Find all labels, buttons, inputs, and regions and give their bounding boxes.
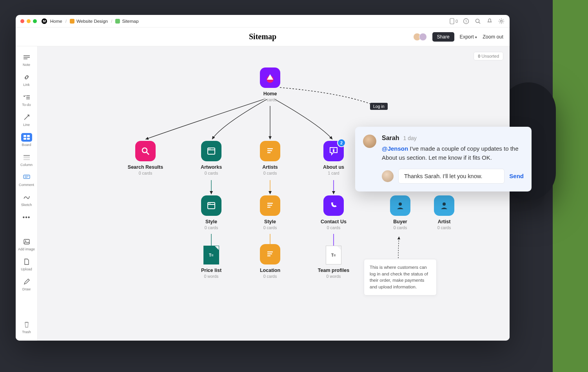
send-button[interactable]: Send bbox=[509, 173, 524, 179]
document-icon: T≡ bbox=[326, 246, 341, 264]
share-button[interactable]: Share bbox=[432, 32, 454, 42]
node-style-artworks[interactable]: Style 0 cards bbox=[193, 195, 230, 230]
sidebar-tool-upload[interactable]: Upload bbox=[18, 255, 35, 273]
chevron-down-icon: ▾ bbox=[475, 35, 477, 39]
annotation-box[interactable]: This is where customers can log in and c… bbox=[364, 259, 437, 295]
svg-rect-13 bbox=[24, 135, 26, 137]
sidebar-tool-trash[interactable]: Trash bbox=[18, 318, 35, 336]
svg-rect-18 bbox=[24, 157, 30, 158]
person-icon bbox=[390, 195, 410, 216]
background-green-strip bbox=[553, 0, 588, 372]
reply-input[interactable] bbox=[398, 169, 505, 184]
project-color-swatch bbox=[70, 19, 74, 24]
comment-reply-row: Send bbox=[382, 169, 524, 184]
svg-rect-43 bbox=[333, 150, 334, 152]
sidebar-tool-sketch[interactable]: Sketch bbox=[18, 191, 35, 209]
mobile-icon bbox=[450, 18, 454, 24]
node-artists[interactable]: Artists 0 cards bbox=[252, 141, 289, 175]
breadcrumb-separator: / bbox=[111, 19, 112, 24]
node-search-results[interactable]: Search Results 0 cards bbox=[127, 141, 164, 175]
sidebar-tool-line[interactable]: Line bbox=[18, 111, 35, 129]
node-price-list[interactable]: T≡ Price list 0 words bbox=[193, 246, 230, 279]
board-icon bbox=[21, 133, 32, 142]
person-icon bbox=[434, 195, 454, 216]
help-button[interactable]: ? bbox=[463, 18, 470, 25]
node-label-login[interactable]: Log in bbox=[370, 103, 388, 110]
collaborator-avatars[interactable] bbox=[415, 33, 427, 41]
zoom-out-button[interactable]: Zoom out bbox=[483, 34, 503, 40]
maximize-icon[interactable] bbox=[33, 19, 37, 23]
comment-mention[interactable]: @Jenson bbox=[382, 145, 408, 152]
svg-point-37 bbox=[209, 149, 209, 150]
app-logo-icon[interactable]: M bbox=[42, 18, 47, 24]
link-icon bbox=[21, 73, 32, 82]
node-artworks[interactable]: Artworks 0 cards bbox=[193, 141, 230, 175]
sidebar-tool-column[interactable]: Column bbox=[18, 151, 35, 169]
svg-point-5 bbox=[501, 20, 503, 22]
close-icon[interactable] bbox=[20, 19, 24, 23]
breadcrumb-project[interactable]: Website Design bbox=[70, 19, 108, 24]
svg-point-38 bbox=[210, 149, 211, 150]
titlebar: M Home / Website Design / Sitemap 0 ? bbox=[16, 15, 510, 27]
document-icon: T≡ bbox=[203, 246, 219, 264]
text-lines-icon bbox=[260, 244, 280, 264]
node-artist-persona[interactable]: Artist 0 cards bbox=[426, 195, 463, 230]
export-button[interactable]: Export ▾ bbox=[460, 34, 477, 40]
gear-icon bbox=[498, 18, 505, 24]
minimize-icon[interactable] bbox=[27, 19, 31, 23]
svg-rect-14 bbox=[27, 135, 30, 137]
comment-author: Sarah bbox=[382, 135, 399, 142]
svg-line-12 bbox=[24, 115, 29, 120]
settings-button[interactable] bbox=[498, 18, 505, 25]
breadcrumb-project-label: Website Design bbox=[76, 19, 108, 24]
comment-icon bbox=[21, 173, 32, 182]
window-controls[interactable] bbox=[20, 19, 37, 23]
search-button[interactable] bbox=[474, 18, 481, 25]
sidebar-tool-add-image[interactable]: Add image bbox=[18, 235, 35, 253]
breadcrumb-home-label: Home bbox=[50, 19, 62, 24]
node-team-profiles[interactable]: T≡ Team profiles 0 words bbox=[315, 246, 352, 279]
sidebar-tool-more[interactable]: ••• bbox=[18, 211, 35, 224]
svg-rect-0 bbox=[450, 18, 454, 24]
unsorted-badge[interactable]: 0 Unsorted bbox=[474, 52, 503, 60]
breadcrumb-page[interactable]: Sitemap bbox=[115, 19, 138, 24]
node-location[interactable]: Location 0 cards bbox=[252, 244, 289, 279]
app-body: Note Link To-do Line Board Column Commen… bbox=[16, 46, 510, 341]
upload-doc-icon bbox=[21, 257, 32, 266]
svg-point-51 bbox=[399, 202, 402, 206]
sidebar-tool-link[interactable]: Link bbox=[18, 71, 35, 89]
sidebar-tool-note[interactable]: Note bbox=[18, 51, 35, 69]
sidebar-tool-draw[interactable]: Draw bbox=[18, 275, 35, 293]
canvas[interactable]: 0 Unsorted bbox=[38, 46, 510, 341]
svg-rect-15 bbox=[24, 138, 26, 140]
note-icon bbox=[21, 53, 32, 62]
search-node-icon bbox=[135, 141, 156, 161]
image-icon bbox=[21, 237, 32, 246]
svg-rect-42 bbox=[333, 149, 334, 150]
comment-panel[interactable]: Sarah 1 day @Jenson I've made a couple o… bbox=[355, 127, 532, 191]
more-icon: ••• bbox=[21, 213, 32, 222]
breadcrumb-page-label: Sitemap bbox=[122, 19, 138, 24]
node-contact-us[interactable]: Contact Us 0 cards bbox=[315, 195, 352, 230]
avatar bbox=[419, 33, 427, 41]
avatar bbox=[382, 170, 394, 182]
svg-rect-17 bbox=[24, 155, 30, 156]
search-icon bbox=[475, 18, 481, 24]
notifications-button[interactable] bbox=[486, 18, 493, 25]
sidebar-tool-comment[interactable]: Comment bbox=[18, 171, 35, 189]
text-lines-icon bbox=[260, 195, 280, 216]
breadcrumb-home[interactable]: Home bbox=[50, 19, 62, 24]
mobile-preview[interactable]: 0 bbox=[450, 18, 458, 24]
trash-icon bbox=[21, 320, 32, 329]
node-style-artists[interactable]: Style 0 cards bbox=[252, 195, 289, 230]
sidebar-tool-todo[interactable]: To-do bbox=[18, 91, 35, 109]
node-home[interactable]: Home 7 cards bbox=[252, 67, 289, 102]
comment-body: Sarah 1 day @Jenson I've made a couple o… bbox=[382, 135, 524, 184]
node-about-us[interactable]: 2 About us 1 card bbox=[315, 141, 352, 175]
sidebar-tool-board[interactable]: Board bbox=[18, 131, 35, 149]
comment-time: 1 day bbox=[403, 135, 416, 141]
todo-icon bbox=[21, 93, 32, 102]
sketch-icon bbox=[21, 193, 32, 202]
breadcrumb: M Home / Website Design / Sitemap bbox=[42, 18, 139, 24]
node-buyer[interactable]: Buyer 0 cards bbox=[382, 195, 419, 230]
